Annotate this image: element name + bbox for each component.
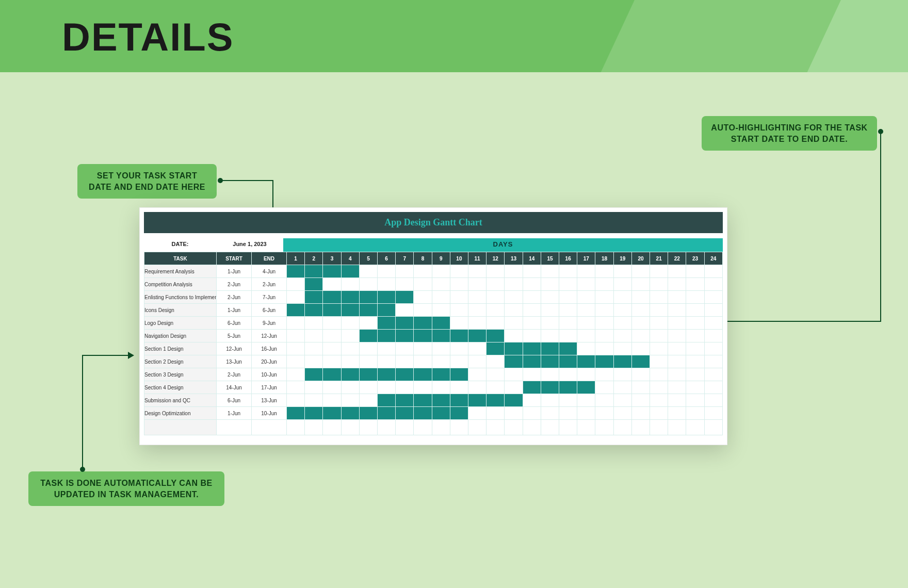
connector-line [82, 355, 83, 468]
end-date-cell[interactable]: 20-Jun [252, 355, 287, 368]
gantt-cell [450, 330, 468, 342]
end-date-cell[interactable]: 6-Jun [252, 304, 287, 317]
chart-title: App Design Gantt Chart [144, 212, 723, 233]
gantt-cell [287, 355, 305, 368]
end-date-cell[interactable]: 2-Jun [252, 278, 287, 291]
gantt-cell [432, 381, 450, 394]
start-date-cell[interactable]: 6-Jun [217, 317, 252, 330]
gantt-cell [704, 330, 722, 342]
end-date-cell[interactable]: 4-Jun [252, 265, 287, 278]
gantt-cell [450, 265, 468, 278]
start-date-cell[interactable]: 1-Jun [217, 265, 252, 278]
task-name-cell[interactable]: Icons Design [144, 304, 217, 317]
gantt-cell [686, 330, 704, 342]
start-date-cell[interactable]: 5-Jun [217, 330, 252, 342]
gantt-cell [359, 265, 377, 278]
end-date-cell[interactable]: 7-Jun [252, 291, 287, 304]
gantt-cell [668, 330, 686, 342]
gantt-cell [577, 355, 595, 368]
gantt-cell [359, 355, 377, 368]
task-name-cell[interactable]: Submission and QC [144, 394, 217, 407]
task-name-cell[interactable]: Section 2 Design [144, 355, 217, 368]
col-header-day: 11 [468, 252, 487, 265]
gantt-cell [396, 265, 414, 278]
end-date-cell[interactable]: 12-Jun [252, 330, 287, 342]
gantt-cell [396, 317, 414, 330]
gantt-cell [287, 278, 305, 291]
start-date-cell[interactable]: 1-Jun [217, 407, 252, 420]
gantt-cell [396, 291, 414, 304]
end-date-cell[interactable]: 10-Jun [252, 407, 287, 420]
start-date-cell[interactable]: 2-Jun [217, 278, 252, 291]
gantt-cell [487, 355, 505, 368]
start-date-cell[interactable]: 2-Jun [217, 291, 252, 304]
task-name-cell[interactable]: Section 1 Design [144, 342, 217, 355]
end-date-cell[interactable]: 9-Jun [252, 317, 287, 330]
gantt-cell [650, 394, 668, 407]
gantt-cell [631, 304, 650, 317]
gantt-cell [668, 394, 686, 407]
task-name-cell[interactable]: Logo Design [144, 317, 217, 330]
gantt-cell [595, 330, 613, 342]
start-date-cell[interactable]: 2-Jun [217, 368, 252, 381]
col-header-day: 3 [323, 252, 341, 265]
start-date-cell[interactable]: 12-Jun [217, 342, 252, 355]
gantt-cell [323, 407, 341, 420]
gantt-cell [523, 330, 541, 342]
end-date-cell[interactable]: 13-Jun [252, 394, 287, 407]
task-name-cell[interactable]: Requirement Analysis [144, 265, 217, 278]
gantt-cell [414, 278, 432, 291]
gantt-cell [704, 368, 722, 381]
table-row: Navigation Design5-Jun12-Jun [144, 330, 723, 342]
start-date-cell[interactable]: 13-Jun [217, 355, 252, 368]
end-date-cell[interactable]: 10-Jun [252, 368, 287, 381]
start-date-cell[interactable] [217, 420, 252, 435]
connector-line [222, 180, 273, 181]
gantt-cell [613, 342, 631, 355]
gantt-cell [541, 278, 559, 291]
gantt-cell [468, 342, 487, 355]
end-date-cell[interactable]: 17-Jun [252, 381, 287, 394]
gantt-cell [468, 265, 487, 278]
gantt-cell [686, 355, 704, 368]
gantt-cell [595, 304, 613, 317]
task-name-cell[interactable]: Section 3 Design [144, 368, 217, 381]
date-value[interactable]: June 1, 2023 [216, 238, 283, 252]
gantt-cell [631, 291, 650, 304]
gantt-cell [450, 355, 468, 368]
col-header-day: 22 [668, 252, 686, 265]
gantt-cell [432, 355, 450, 368]
gantt-cell [559, 265, 577, 278]
task-name-cell[interactable]: Navigation Design [144, 330, 217, 342]
task-name-cell[interactable]: Competition Analysis [144, 278, 217, 291]
task-name-cell[interactable] [144, 420, 217, 435]
col-header-day: 8 [414, 252, 432, 265]
end-date-cell[interactable]: 16-Jun [252, 342, 287, 355]
end-date-cell[interactable] [252, 420, 287, 435]
start-date-cell[interactable]: 1-Jun [217, 304, 252, 317]
gantt-cell [341, 278, 359, 291]
gantt-cell [396, 368, 414, 381]
task-name-cell[interactable]: Design Optimization [144, 407, 217, 420]
start-date-cell[interactable]: 14-Jun [217, 381, 252, 394]
table-row: Icons Design1-Jun6-Jun [144, 304, 723, 317]
task-name-cell[interactable]: Section 4 Design [144, 381, 217, 394]
gantt-cell [577, 342, 595, 355]
callout-auto-highlight: AUTO-HIGHLIGHTING FOR THE TASK START DAT… [702, 116, 877, 151]
gantt-cell [432, 291, 450, 304]
gantt-cell [468, 381, 487, 394]
gantt-cell [359, 342, 377, 355]
gantt-cell [378, 330, 396, 342]
gantt-cell [541, 265, 559, 278]
gantt-cell [631, 278, 650, 291]
gantt-cell [595, 381, 613, 394]
gantt-cell [450, 420, 468, 435]
gantt-cell [686, 368, 704, 381]
gantt-cell [341, 265, 359, 278]
task-name-cell[interactable]: Enlisting Functions to Implemen [144, 291, 217, 304]
start-date-cell[interactable]: 6-Jun [217, 394, 252, 407]
gantt-cell [523, 368, 541, 381]
gantt-cell [541, 342, 559, 355]
gantt-cell [450, 407, 468, 420]
gantt-cell [305, 368, 323, 381]
